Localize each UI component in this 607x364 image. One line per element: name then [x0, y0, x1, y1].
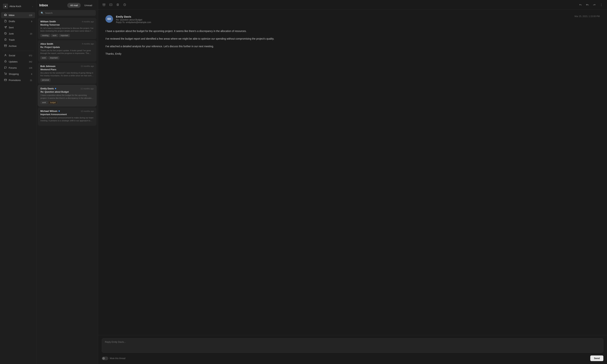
- email-preview: I have an important announcement to make…: [40, 117, 94, 122]
- email-subject: Meeting Tomorrow: [40, 24, 94, 26]
- sidebar-item-archive[interactable]: Archive: [1, 43, 35, 49]
- snooze-button[interactable]: [122, 2, 128, 8]
- svg-rect-9: [4, 79, 7, 81]
- search-input[interactable]: [45, 12, 93, 14]
- email-time: 4 months ago: [82, 43, 94, 45]
- page-title: Inbox: [39, 3, 48, 7]
- mute-label: Mute this thread: [110, 357, 125, 360]
- junk-icon: [4, 32, 7, 35]
- email-item-header: Emily Davis 11 months ago: [40, 87, 94, 90]
- sender-name: Emily Davis: [116, 15, 572, 18]
- reply-area: Mute this thread Send: [98, 335, 607, 364]
- sidebar-item-shopping[interactable]: Shopping 8: [1, 71, 35, 77]
- svg-rect-11: [103, 4, 105, 4]
- email-tags: workimportant: [40, 56, 94, 59]
- user-avatar: ▲: [3, 4, 8, 9]
- sidebar-main-nav: Inbox 128 Drafts 9 Sent Junk 23 Trash Ar…: [0, 12, 36, 49]
- reply-button[interactable]: [578, 2, 583, 8]
- body-paragraph: I have a question about the budget for t…: [106, 29, 600, 33]
- sidebar-label-updates: Updates: [9, 60, 27, 63]
- email-detail-panel: ⋮ ED Emily Davis Re: Question about Budg…: [98, 0, 607, 364]
- archive-icon: [4, 44, 7, 48]
- move-button[interactable]: [108, 2, 114, 8]
- tab-all-mail[interactable]: All mail: [67, 3, 81, 8]
- sender-info: Emily Davis Re: Question about Budget Re…: [116, 15, 572, 24]
- email-tag: important: [48, 56, 59, 59]
- body-paragraph: I've reviewed the budget report and iden…: [106, 37, 600, 41]
- email-sender: William Smith: [40, 20, 56, 23]
- forums-icon: [4, 66, 7, 69]
- email-body: I have a question about the budget for t…: [106, 29, 600, 56]
- email-tags: workbudget: [40, 101, 94, 104]
- sidebar-item-updates[interactable]: Updates 342: [1, 59, 35, 65]
- sidebar-item-inbox[interactable]: Inbox 128: [1, 12, 35, 18]
- shopping-icon: [4, 72, 7, 76]
- email-preview: Any plans for the weekend? I was thinkin…: [40, 72, 94, 77]
- unread-indicator: [55, 88, 56, 89]
- email-time: 11 months ago: [80, 88, 94, 90]
- body-paragraph: I've attached a detailed analysis for yo…: [106, 44, 600, 49]
- sidebar-item-sent[interactable]: Sent: [1, 25, 35, 30]
- email-list-item[interactable]: William Smith 4 months ago Meeting Tomor…: [38, 18, 96, 39]
- email-date: Mar 25, 2023, 1:15:00 PM: [574, 15, 600, 18]
- trash-icon: [4, 38, 7, 41]
- email-list-item[interactable]: Emily Davis 11 months ago Re: Question a…: [38, 85, 96, 106]
- email-time: 4 months ago: [82, 21, 94, 23]
- user-menu[interactable]: ▲ Alicia Koch ⌄: [0, 2, 36, 12]
- sidebar-item-social[interactable]: Social 972: [1, 52, 35, 58]
- detail-header: ED Emily Davis Re: Question about Budget…: [106, 15, 600, 24]
- email-tags: personal: [40, 78, 94, 81]
- email-tag: important: [59, 34, 70, 37]
- email-sender: Michael Wilson: [40, 110, 60, 112]
- sidebar-item-trash[interactable]: Trash: [1, 37, 35, 43]
- more-button[interactable]: ⋮: [598, 2, 604, 8]
- delete-button[interactable]: [115, 2, 121, 8]
- email-tag: work: [40, 56, 47, 59]
- email-preview: I have a question about the budget for t…: [40, 94, 94, 100]
- email-list-panel: Inbox All mail Unread 🔍 William Smith 4 …: [36, 0, 98, 364]
- search-bar: 🔍: [39, 10, 96, 16]
- email-subject: Important Announcement: [40, 113, 94, 116]
- sidebar-item-promotions[interactable]: Promotions 21: [1, 77, 35, 83]
- unread-indicator: [59, 110, 60, 112]
- tab-unread[interactable]: Unread: [81, 3, 95, 8]
- reply-all-button[interactable]: [584, 2, 590, 8]
- email-sender: Emily Davis: [40, 87, 56, 90]
- svg-point-6: [5, 54, 6, 55]
- mute-switch[interactable]: [102, 357, 108, 360]
- inbox-icon: [4, 14, 7, 17]
- drafts-icon: [4, 20, 7, 23]
- email-preview: Hi, let's have a meeting tomorrow to dis…: [40, 27, 94, 33]
- email-subject: Weekend Plans: [40, 68, 94, 71]
- email-tag: budget: [49, 101, 57, 104]
- reply-input[interactable]: [102, 338, 603, 353]
- chevron-down-icon: ⌄: [32, 5, 33, 7]
- sent-icon: [4, 26, 7, 29]
- email-list-item[interactable]: Michael Wilson 12 months ago Important A…: [38, 107, 96, 126]
- svg-line-3: [5, 33, 6, 34]
- sidebar: ▲ Alicia Koch ⌄ Inbox 128 Drafts 9 Sent …: [0, 0, 36, 364]
- sidebar-label-social: Social: [9, 54, 27, 57]
- badge-forums: 128: [29, 67, 32, 69]
- email-item-header: Alice Smith 4 months ago: [40, 42, 94, 45]
- sidebar-item-junk[interactable]: Junk 23: [1, 31, 35, 37]
- send-button[interactable]: Send: [590, 355, 603, 361]
- email-list: William Smith 4 months ago Meeting Tomor…: [36, 17, 98, 364]
- badge-updates: 342: [29, 61, 32, 63]
- badge-drafts: 9: [31, 20, 32, 23]
- badge-junk: 23: [30, 33, 32, 35]
- email-tag: work: [51, 34, 58, 37]
- email-list-item[interactable]: Alice Smith 4 months ago Re: Project Upd…: [38, 40, 96, 62]
- archive-button[interactable]: [101, 2, 107, 8]
- email-subject: Re: Question about Budget: [40, 91, 94, 93]
- sidebar-label-drafts: Drafts: [9, 20, 29, 23]
- badge-social: 972: [29, 54, 32, 57]
- svg-point-8: [6, 75, 6, 75]
- email-list-item[interactable]: Bob Johnson 11 months ago Weekend Plans …: [38, 63, 96, 84]
- reply-to: Reply-To: emilydavis@example.com: [116, 21, 572, 24]
- forward-button[interactable]: [591, 2, 597, 8]
- sidebar-item-forums[interactable]: Forums 128: [1, 65, 35, 71]
- email-preview: Thank you for the project update. It loo…: [40, 49, 94, 55]
- toolbar-left: [101, 2, 128, 8]
- sidebar-item-drafts[interactable]: Drafts 9: [1, 18, 35, 24]
